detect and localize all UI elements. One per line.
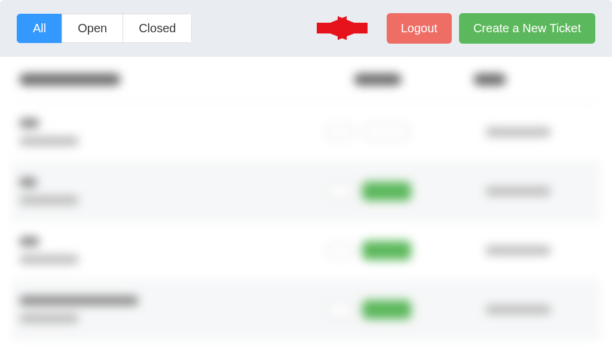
table-row[interactable] [12,280,600,339]
header-conversation [19,74,121,85]
status-badge [362,241,411,260]
ticket-title [19,178,37,187]
status-badge [362,124,410,140]
ticket-subtitle [19,136,79,146]
ticket-title [19,118,39,128]
table-row[interactable] [12,103,600,162]
filter-all-button[interactable]: All [17,14,62,43]
ticket-badge [326,183,354,199]
table-header [12,57,600,103]
filter-open-button[interactable]: Open [62,14,123,43]
status-badge [362,182,411,201]
svg-marker-1 [317,16,368,40]
filter-group: All Open Closed [17,14,192,43]
ticket-subtitle [19,314,79,323]
logout-button[interactable]: Logout [387,13,452,44]
table-row[interactable] [12,162,600,221]
header-date [473,74,506,85]
create-ticket-button[interactable]: Create a New Ticket [459,13,595,44]
arrow-icon [317,13,368,43]
toolbar: All Open Closed Logout Create a New Tick… [0,0,612,57]
svg-marker-0 [317,16,368,40]
ticket-badge [326,124,354,140]
status-badge [362,300,411,319]
ticket-subtitle [19,195,79,205]
ticket-subtitle [19,255,79,264]
ticket-title [19,296,139,305]
ticket-badge [326,243,354,258]
filter-closed-button[interactable]: Closed [123,14,192,43]
ticket-date [485,305,551,314]
header-status [354,74,402,85]
ticket-date [485,246,551,255]
ticket-date [485,127,551,137]
table-row[interactable] [12,221,600,280]
ticket-badge [326,302,354,317]
ticket-title [19,237,39,246]
ticket-list [0,57,612,339]
ticket-date [485,186,551,196]
